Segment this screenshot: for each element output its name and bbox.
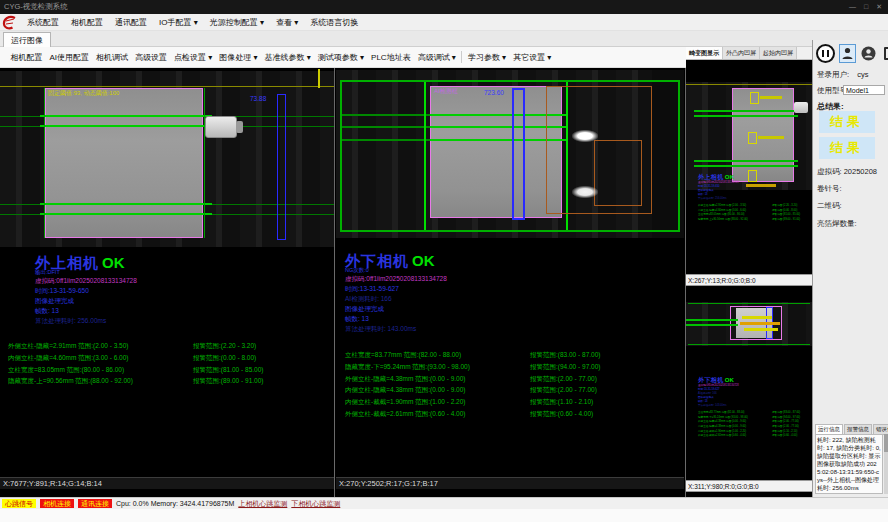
menu-system-config[interactable]: 系统配置 [21,17,65,28]
reflection-highlight [572,186,598,198]
tool-ai-config[interactable]: AI使用配置 [46,50,93,65]
measurement-alarm: 报警范围:(83.00 - 87.00) [530,349,600,361]
title-bar: CYG-视觉检测系统 — □ ✕ [0,0,888,14]
tool-baseline-params[interactable]: 基准线参数 ▾ [261,50,314,65]
mini-lower-overlay: 外下相机OK 虚拟码:0ff1iim20250208133134728 时间:1… [698,376,812,438]
login-user-value: cys [857,70,868,79]
green-edge-line [204,88,205,238]
measurement-alarm: 报警范围:(81.00 - 85.00) [193,364,263,376]
lower-camera-heartbeat-link: 下相机心跳监测 [291,499,340,509]
tool-other-settings[interactable]: 其它设置 ▾ [510,50,555,65]
window-title: CYG-视觉检测系统 [0,2,849,12]
menu-io-config[interactable]: IO手配置 ▾ [153,17,204,28]
mid-coordinate-bar: X:270;Y:2502;R:17;G:17;B:17 [336,477,684,489]
tool-image-process[interactable]: 图像处理 ▾ [216,50,261,65]
green-guide-line [342,139,430,141]
measurement-value: 内侧立柱-裁截=1.90mm 范围:(1.00 - 2.20) [345,398,465,405]
barcode-row: 虚拟码: 20250208 [817,167,877,177]
tool-spot-check[interactable]: 点检设置 ▾ [171,50,216,65]
green-edge-line [44,88,45,238]
yellow-marker-label [760,96,782,99]
measurement-row: 外侧立柱-隐藏=2.91mm 范围:(2.00 - 3.50)报警范围:(2.2… [8,340,334,352]
mini-upper-view[interactable]: 外上相机OK 虚拟码:0ff1iim20250208133134728 时间:1… [686,60,812,274]
measurement-row: 外侧立柱-裁截=2.61mm 范围:(0.60 - 4.00)报警范围:(0.6… [345,408,675,420]
green-measure-line [40,203,212,205]
measurement-alarm: 报警范围:(89.00 - 91.00) [772,217,800,222]
exit-button[interactable] [881,44,888,63]
orange-detect-box-small [594,140,642,206]
barcode-line: 虚拟码:0ff1iim20250208133134728 [345,274,447,284]
measurement-alarm: 报警范围:(0.60 - 4.00) [530,408,593,420]
log-text-area[interactable]: 耗时: 222, 缺陷检测耗时: 17, 缺陷分类耗时: 0, 缺陷提取分区耗时… [815,434,883,494]
alg-time-line: 算法处理耗时: 143.00ms [345,324,447,334]
green-guide-line [342,126,430,128]
green-measure-line [694,165,798,167]
login-user-button[interactable] [839,44,856,63]
mini-lower-coordinate-bar: X:311;Y:980;R:0;G:0;B:0 [686,480,812,492]
menu-view[interactable]: 查看 ▾ [270,17,304,28]
camera-name: 外下相机 [698,376,724,383]
connector-part [205,116,237,138]
menu-light-config[interactable]: 光源控制配置 ▾ [204,17,270,28]
status-bar: 心跳信号 相机连接 通讯连接 Cpu: 0.0% Memory: 3424.41… [0,497,888,509]
mini-tab-convex[interactable]: 外凸内凹屏 [723,47,760,59]
result-ok: OK [412,252,435,269]
status-line: 图像处理完成 [345,304,447,314]
tool-advanced-debug[interactable]: 高级调试 ▾ [414,50,459,65]
mini-lower-view[interactable]: 外下相机OK 虚拟码:0ff1iim20250208133134728 时间:1… [686,286,812,480]
measurement-alarm: 报警范围:(1.10 - 2.10) [530,396,593,408]
toolbar: 相机配置 AI使用配置 相机调试 高级设置 点检设置 ▾ 图像处理 ▾ 基准线参… [0,47,686,68]
measurement-value: 外侧立柱-隐藏=4.38mm 范围:(0.00 - 9.00) [698,420,746,423]
panel-divider [334,68,335,497]
measurement-value: 立柱宽度=83.77mm 范围:(82.00 - 88.00) [345,351,461,358]
maximize-icon[interactable]: □ [864,0,868,14]
green-edge-line [424,82,426,230]
tab-strip: 运行图像 [0,31,888,47]
measurement-row: 隐藏宽度-下=95.24mm 范围:(93.00 - 98.00)报警范围:(9… [345,361,675,373]
left-camera-panel[interactable]: 73.88 固定阈值:93, 动态阈值:100 外上相机OK 输出:DFIT 虚… [0,68,334,497]
tool-plc-address[interactable]: PLC地址表 [368,50,415,65]
green-measure-line [694,160,798,162]
mid-measurement-list: 立柱宽度=83.77mm 范围:(82.00 - 88.00)报警范围:(83.… [345,349,675,420]
camera-connection-badge: 相机连接 [40,499,74,508]
log-scrollbar[interactable] [884,434,888,494]
mini-tab-start[interactable]: 起始内凹屏 [760,47,797,59]
measurement-row: 内侧立柱-隐藏=4.38mm 范围:(0.00 - 9.00)报警范围:(2.0… [345,384,675,396]
green-measure-line [40,125,212,127]
close-icon[interactable]: ✕ [876,0,882,14]
measurement-value: 内侧立柱-隐藏=4.60mm 范围:(3.00 - 6.00) [698,208,746,211]
blue-measure-label: 723.60 [484,89,504,96]
measurement-value: 隐藏宽度-上=90.56mm 范围:(88.00 - 92.00) [8,377,133,384]
menu-comm-config[interactable]: 通讯配置 [109,17,153,28]
menu-camera-config[interactable]: 相机配置 [65,17,109,28]
mini-tab-strip: 畸变图显示 外凸内凹屏 起始内凹屏 [686,47,812,60]
switch-user-button[interactable] [860,44,877,63]
measurement-alarm: 报警范围:(0.00 - 8.00) [193,352,256,364]
yellow-marker-label [742,316,772,319]
mini-tab-distortion[interactable]: 畸变图显示 [686,47,723,59]
tab-run-image[interactable]: 运行图像 [3,32,51,47]
menu-language-switch[interactable]: 系统语言切换 [304,17,364,28]
measurement-value: 隐藏宽度-下=95.24mm 范围:(93.00 - 98.00) [698,415,748,418]
pause-button[interactable] [816,44,835,63]
time-line: 时间:13-31-59-650 [35,286,137,296]
tool-camera-debug[interactable]: 相机调试 [93,50,132,65]
minimize-icon[interactable]: — [849,0,856,14]
measurement-alarm: 报警范围:(0.60 - 4.00) [772,433,797,438]
measurement-alarm: 报警范围:(2.00 - 77.00) [530,373,597,385]
tool-learn-params[interactable]: 学习参数 ▾ [464,50,509,65]
tool-advanced-settings[interactable]: 高级设置 [132,50,171,65]
pin-label: 卷针号: [817,184,842,194]
mid-camera-panel[interactable]: 723.60 AI检测框 外下相机OK NG次数:0 虚拟码:0ff1iim20… [336,68,684,497]
toolbar-separator [461,51,462,63]
comm-connection-badge: 通讯连接 [78,499,112,508]
green-measure-line [686,324,738,326]
pause-icon [822,50,830,57]
tool-test-params[interactable]: 测试项参数 ▾ [314,50,367,65]
tool-camera-config[interactable]: 相机配置 [7,50,46,65]
model-input[interactable]: Model1 [843,85,885,95]
left-measurement-list: 外侧立柱-隐藏=2.91mm 范围:(2.00 - 3.50)报警范围:(2.2… [8,340,334,387]
mini-upper-coordinate-bar: X:267;Y:13;R:0;G:0;B:0 [686,274,812,286]
cpu-memory-status: Cpu: 0.0% Memory: 3424.41796875M [116,500,234,507]
green-guide-line [342,114,430,116]
